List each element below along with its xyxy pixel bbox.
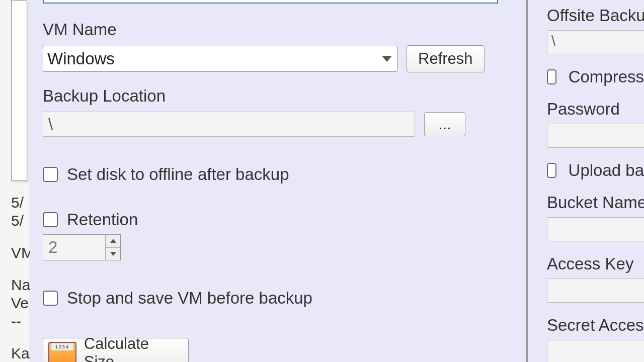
stopsave-section: Stop and save VM before backup bbox=[43, 289, 312, 323]
triangle-down-icon bbox=[110, 252, 116, 256]
offline-checkbox[interactable] bbox=[43, 167, 58, 182]
compress-checkbox[interactable] bbox=[547, 69, 556, 84]
upload-checkbox[interactable] bbox=[547, 163, 556, 178]
top-text-field[interactable] bbox=[43, 0, 498, 4]
vm-name-section: VM Name Windows Refresh bbox=[43, 20, 485, 72]
offline-label: Set disk to offline after backup bbox=[67, 165, 289, 184]
password-input[interactable] bbox=[547, 124, 644, 148]
offsite-label: Offsite Backup bbox=[547, 6, 644, 25]
retention-label: Retention bbox=[67, 210, 138, 229]
spinner-controls bbox=[105, 235, 120, 260]
stopsave-label: Stop and save VM before backup bbox=[67, 289, 312, 308]
compress-label: Compress bbox=[569, 67, 644, 86]
vm-name-select[interactable]: Windows bbox=[43, 46, 397, 72]
calculate-size-button[interactable]: Calculate Size bbox=[43, 338, 189, 362]
secret-key-input[interactable] bbox=[547, 340, 644, 362]
access-key-label: Access Key bbox=[547, 254, 644, 274]
access-key-input[interactable] bbox=[547, 279, 644, 303]
bucket-input[interactable] bbox=[547, 217, 644, 241]
spinner-down-button[interactable] bbox=[106, 248, 120, 260]
main-panel: VM Name Windows Refresh Backup Location … bbox=[30, 0, 526, 362]
backup-location-input[interactable]: \ bbox=[43, 112, 415, 137]
background-text: 5/ 5/ VM Na Ve -- Ka bbox=[11, 194, 30, 362]
vm-name-value: Windows bbox=[47, 49, 115, 68]
retention-section: Retention 2 bbox=[43, 210, 138, 260]
retention-value: 2 bbox=[43, 235, 105, 260]
vm-name-label: VM Name bbox=[43, 20, 485, 39]
right-panel: Offsite Backup \ Compress Password Uploa… bbox=[531, 0, 644, 362]
secret-key-label: Secret Access K bbox=[547, 316, 644, 335]
browse-button[interactable]: ... bbox=[424, 112, 465, 136]
offsite-input[interactable]: \ bbox=[547, 30, 644, 54]
spinner-up-button[interactable] bbox=[106, 235, 120, 248]
backup-location-label: Backup Location bbox=[43, 86, 465, 106]
retention-checkbox[interactable] bbox=[43, 212, 58, 227]
stopsave-checkbox[interactable] bbox=[43, 291, 58, 306]
refresh-button[interactable]: Refresh bbox=[407, 45, 485, 72]
calculator-icon bbox=[48, 342, 76, 362]
upload-label: Upload ba bbox=[569, 161, 644, 180]
bucket-label: Bucket Name bbox=[547, 193, 644, 212]
background-window: 5/ 5/ VM Na Ve -- Ka bbox=[0, 0, 30, 362]
bg-line: 5/ bbox=[11, 212, 30, 230]
triangle-up-icon bbox=[110, 239, 116, 243]
chevron-down-icon bbox=[382, 56, 392, 62]
calculate-label: Calculate Size bbox=[84, 335, 183, 362]
password-label: Password bbox=[547, 100, 644, 119]
bg-line: Ka bbox=[11, 344, 30, 362]
background-inner-panel bbox=[11, 0, 27, 181]
bg-line: 5/ bbox=[11, 194, 30, 212]
bg-line: Ve bbox=[11, 294, 30, 312]
retention-spinner[interactable]: 2 bbox=[43, 234, 121, 260]
backup-location-section: Backup Location \ ... bbox=[43, 86, 465, 137]
bg-line: Na bbox=[11, 276, 30, 294]
panel-divider bbox=[526, 0, 528, 362]
offline-section: Set disk to offline after backup bbox=[43, 165, 289, 199]
bg-line: -- bbox=[11, 312, 30, 330]
bg-line: VM bbox=[11, 244, 30, 262]
